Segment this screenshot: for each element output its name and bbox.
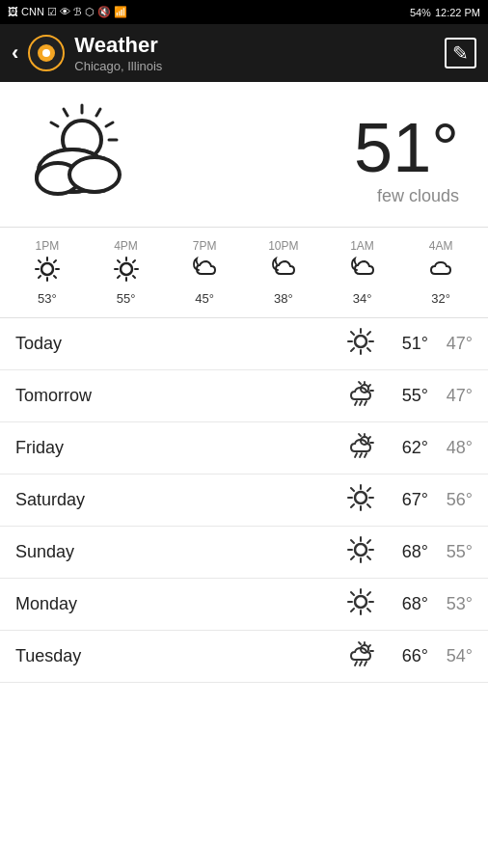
hourly-forecast: 1PM 53° 4PM 55° 7PM 45° 10PM 38° (0, 228, 488, 317)
svg-line-73 (367, 540, 370, 543)
hourly-icon-cloud (428, 257, 453, 287)
svg-line-47 (360, 401, 362, 405)
notification-icons: 🖼 CNN ☑ 👁 ℬ ⬡ 🔇 📶 (8, 6, 127, 18)
daily-icon-rain-sun (347, 640, 374, 673)
svg-line-72 (367, 556, 370, 559)
time-text: 12:22 PM (435, 7, 480, 18)
hourly-time: 1PM (35, 239, 59, 253)
app-icon-dot (42, 49, 50, 57)
daily-forecast: Today 51° 47° Tomorrow (0, 318, 488, 683)
daily-low: 54° (428, 646, 473, 666)
daily-low: 53° (428, 594, 473, 614)
daily-row-saturday: Saturday 67° 56° (0, 475, 488, 527)
cloud-sun-svg (19, 101, 154, 207)
app-icon (28, 35, 65, 71)
daily-day: Tomorrow (15, 386, 347, 406)
svg-line-83 (351, 609, 354, 611)
svg-line-55 (360, 453, 362, 457)
daily-row-sunday: Sunday 68° 55° (0, 527, 488, 579)
daily-day: Monday (15, 594, 347, 614)
hourly-item-7pm: 7PM 45° (165, 239, 244, 306)
svg-line-20 (54, 276, 56, 278)
hourly-item-1pm: 1PM 53° (8, 239, 87, 306)
svg-line-38 (367, 348, 370, 351)
svg-line-71 (351, 540, 354, 543)
daily-icon-sun (347, 328, 374, 361)
battery-text: 54% (410, 7, 431, 18)
svg-line-2 (106, 122, 113, 126)
back-button[interactable]: ‹ (12, 42, 18, 64)
svg-line-48 (365, 401, 366, 405)
svg-line-81 (367, 609, 370, 611)
hourly-temp: 45° (195, 291, 214, 306)
hourly-icon-moon-cloud (271, 257, 296, 287)
svg-point-75 (355, 596, 366, 608)
svg-line-21 (54, 260, 56, 262)
svg-line-31 (118, 276, 120, 278)
hourly-time: 7PM (193, 239, 217, 253)
daily-row-tomorrow: Tomorrow 55° 47° (0, 370, 488, 422)
svg-line-56 (365, 453, 366, 457)
daily-low: 47° (428, 386, 473, 406)
svg-line-28 (118, 260, 120, 262)
svg-line-30 (133, 260, 135, 262)
daily-icon-rain-sun (347, 380, 374, 413)
status-right: 54% 12:22 PM (410, 7, 480, 18)
svg-line-82 (367, 592, 370, 595)
hourly-temp: 38° (274, 291, 293, 306)
daily-icon-sun (347, 536, 374, 569)
hourly-icon-moon-cloud (192, 257, 217, 287)
svg-point-66 (355, 544, 366, 556)
hourly-time: 4PM (114, 239, 138, 253)
svg-line-39 (367, 332, 370, 335)
svg-line-87 (359, 642, 361, 644)
hourly-temp: 55° (117, 291, 136, 306)
hourly-icon-sun (114, 257, 139, 287)
svg-point-57 (355, 492, 366, 503)
svg-line-80 (351, 592, 354, 595)
svg-point-14 (41, 263, 53, 275)
svg-line-74 (351, 556, 354, 559)
hourly-temp: 34° (353, 291, 372, 306)
status-left: 🖼 CNN ☑ 👁 ℬ ⬡ 🔇 📶 (8, 6, 127, 18)
svg-line-44 (359, 382, 361, 384)
svg-line-22 (39, 276, 41, 278)
svg-point-13 (69, 157, 120, 192)
edit-button[interactable]: ✎ (445, 38, 476, 68)
daily-high: 66° (384, 646, 428, 666)
daily-day: Today (15, 334, 347, 354)
hourly-time: 4AM (429, 239, 453, 253)
daily-low: 56° (428, 490, 473, 510)
app-title: Weather (74, 33, 162, 58)
svg-line-40 (351, 348, 354, 351)
daily-day: Sunday (15, 542, 347, 562)
svg-point-23 (121, 263, 132, 275)
svg-line-54 (355, 453, 357, 457)
hourly-item-10pm: 10PM 38° (244, 239, 323, 306)
svg-line-91 (365, 662, 366, 665)
status-bar: 🖼 CNN ☑ 👁 ℬ ⬡ 🔇 📶 54% 12:22 PM (0, 0, 488, 24)
daily-icon-sun (347, 588, 374, 621)
daily-day: Saturday (15, 490, 347, 510)
daily-row-tuesday: Tuesday 66° 54° (0, 631, 488, 683)
weather-description: few clouds (354, 186, 459, 206)
hourly-temp: 32° (431, 291, 450, 306)
daily-low: 48° (428, 438, 473, 458)
svg-line-19 (39, 260, 41, 262)
daily-high: 67° (384, 490, 428, 510)
header-left: ‹ Weather Chicago, Illinois (12, 33, 162, 72)
hourly-icon-sun (35, 257, 60, 287)
daily-icon-rain-sun (347, 432, 374, 465)
daily-row-today: Today 51° 47° (0, 318, 488, 370)
temperature: 51° (354, 113, 459, 182)
daily-low: 47° (428, 334, 473, 354)
daily-low: 55° (428, 542, 473, 562)
daily-high: 62° (384, 438, 428, 458)
daily-high: 68° (384, 542, 428, 562)
weather-icon-large (19, 101, 174, 217)
header-title-block: Weather Chicago, Illinois (74, 33, 162, 72)
svg-line-37 (351, 332, 354, 335)
temperature-block: 51° few clouds (354, 113, 459, 206)
daily-row-monday: Monday 68° 53° (0, 579, 488, 631)
svg-line-89 (355, 662, 357, 665)
